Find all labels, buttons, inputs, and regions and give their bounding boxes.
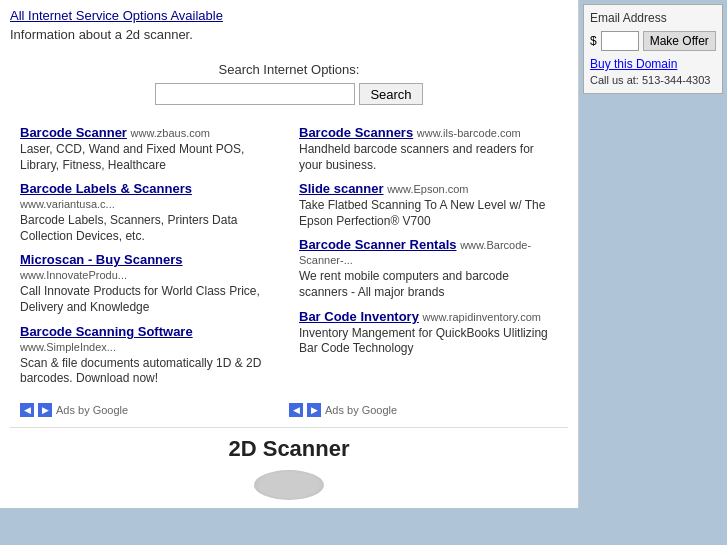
top-link[interactable]: All Internet Service Options Available [10,8,223,23]
make-offer-button[interactable]: Make Offer [643,31,716,51]
next-arrow-right[interactable]: ▶ [307,403,321,417]
ad-url: www.rapidinventory.com [423,311,541,323]
ad-desc: Scan & file documents automatically 1D &… [20,356,279,387]
search-label: Search Internet Options: [10,62,568,77]
ad-title[interactable]: Barcode Scanner [20,125,127,140]
search-input[interactable] [155,83,355,105]
ad-title[interactable]: Barcode Scanners [299,125,413,140]
ad-desc: We rent mobile computers and barcode sca… [299,269,558,300]
ad-title[interactable]: Barcode Labels & Scanners [20,181,192,196]
call-us-text: Call us at: 513-344-4303 [590,74,710,86]
ad-url: www.variantusa.c... [20,198,115,210]
info-text: Information about a 2d scanner. [10,27,568,42]
ad-item: Barcode Scanner www.zbaus.com Laser, CCD… [20,125,279,173]
scanner-image [254,470,324,500]
ad-item: Barcode Scanner Rentals www.Barcode-Scan… [299,237,558,300]
ads-by-google-left: Ads by Google [56,404,128,416]
ad-item: Barcode Scanners www.ils-barcode.com Han… [299,125,558,173]
ad-title[interactable]: Bar Code Inventory [299,309,419,324]
ads-by-google-right: Ads by Google [325,404,397,416]
ad-url: www.InnovateProdu... [20,269,127,281]
search-section: Search Internet Options: Search [10,62,568,105]
next-arrow-left[interactable]: ▶ [38,403,52,417]
dollar-sign: $ [590,34,597,48]
ads-footer: ◀ ▶ Ads by Google ◀ ▶ Ads by Google [20,403,558,417]
ad-url: www.Epson.com [387,183,468,195]
ad-item: Microscan - Buy Scanners www.InnovatePro… [20,252,279,315]
ad-title[interactable]: Microscan - Buy Scanners [20,252,183,267]
ad-desc: Inventory Mangement for QuickBooks Ulitl… [299,326,558,357]
ad-title[interactable]: Slide scanner [299,181,384,196]
ad-desc: Barcode Labels, Scanners, Printers Data … [20,213,279,244]
ad-title[interactable]: Barcode Scanning Software [20,324,193,339]
ad-desc: Call Innovate Products for World Class P… [20,284,279,315]
ads-grid: Barcode Scanner www.zbaus.com Laser, CCD… [20,125,558,395]
right-panel: Email Address $ Make Offer Buy this Doma… [583,4,723,94]
search-button[interactable]: Search [359,83,422,105]
ad-title[interactable]: Barcode Scanner Rentals [299,237,457,252]
ad-url: www.SimpleIndex... [20,341,116,353]
ad-desc: Handheld barcode scanners and readers fo… [299,142,558,173]
buy-domain-link[interactable]: Buy this Domain [590,57,716,71]
ad-url: www.ils-barcode.com [417,127,521,139]
page-title: 2D Scanner [10,436,568,462]
prev-arrow-left[interactable]: ◀ [20,403,34,417]
ad-item: Slide scanner www.Epson.com Take Flatbed… [299,181,558,229]
ad-item: Bar Code Inventory www.rapidinventory.co… [299,309,558,357]
page-title-section: 2D Scanner [10,427,568,500]
prev-arrow-right[interactable]: ◀ [289,403,303,417]
price-input[interactable] [601,31,639,51]
ad-url: www.zbaus.com [131,127,210,139]
ad-desc: Laser, CCD, Wand and Fixed Mount POS, Li… [20,142,279,173]
ad-item: Barcode Scanning Software www.SimpleInde… [20,324,279,387]
ad-item: Barcode Labels & Scanners www.variantusa… [20,181,279,244]
panel-title: Email Address [590,11,716,25]
ad-desc: Take Flatbed Scanning To A New Level w/ … [299,198,558,229]
